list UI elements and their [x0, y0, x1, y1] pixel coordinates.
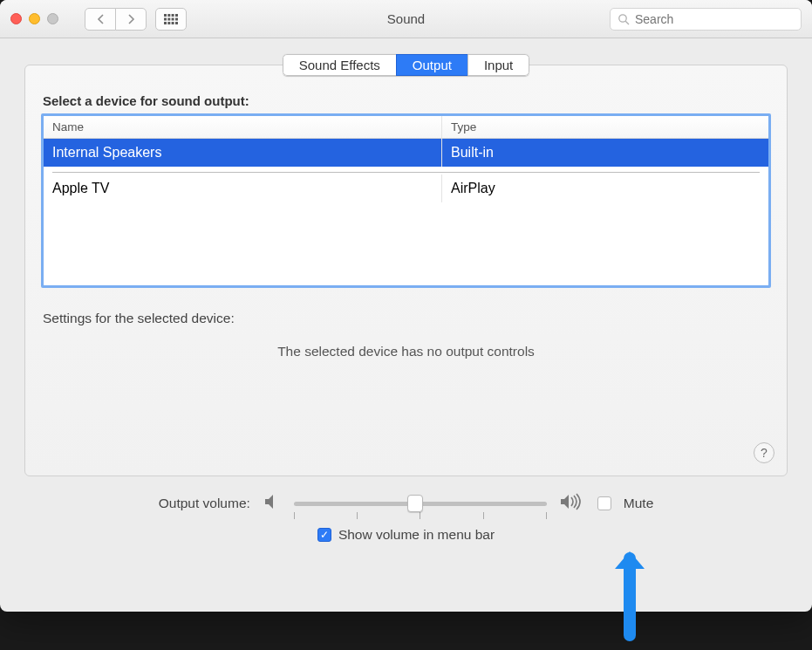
svg-rect-3 — [175, 14, 178, 17]
svg-rect-1 — [167, 14, 170, 17]
col-header-type[interactable]: Type — [442, 116, 768, 139]
output-volume-label: Output volume: — [159, 496, 250, 511]
svg-rect-7 — [175, 17, 178, 20]
tab-input[interactable]: Input — [467, 54, 529, 76]
svg-rect-10 — [172, 22, 174, 24]
svg-rect-8 — [164, 22, 167, 24]
show-in-menubar-label: Show volume in menu bar — [338, 527, 495, 543]
titlebar: Sound — [0, 0, 812, 38]
speaker-quiet-icon — [263, 493, 282, 514]
table-header: Name Type — [44, 116, 768, 139]
no-output-controls-text: The selected device has no output contro… — [41, 344, 771, 359]
show-in-menubar-row: ✓ Show volume in menu bar — [0, 527, 812, 543]
device-name: Apple TV — [44, 174, 442, 202]
svg-line-13 — [625, 21, 629, 24]
output-panel: Select a device for sound output: Name T… — [24, 65, 788, 476]
svg-rect-4 — [164, 17, 167, 20]
device-row-internal-speakers[interactable]: Internal Speakers Built-in — [44, 139, 768, 167]
output-volume-row: Output volume: Mute — [0, 492, 812, 515]
device-type: AirPlay — [442, 174, 768, 202]
zoom-button-disabled — [47, 13, 58, 24]
svg-rect-2 — [172, 14, 174, 17]
svg-rect-11 — [175, 22, 178, 24]
search-field[interactable] — [610, 8, 802, 31]
slider-knob[interactable] — [407, 495, 423, 512]
help-button[interactable]: ? — [754, 442, 774, 463]
device-table: Name Type Internal Speakers Built-in App… — [41, 113, 771, 288]
device-row-apple-tv[interactable]: Apple TV AirPlay — [44, 174, 768, 202]
settings-for-device-label: Settings for the selected device: — [43, 311, 771, 326]
row-divider — [52, 172, 760, 173]
forward-button[interactable] — [115, 8, 147, 31]
svg-rect-0 — [164, 14, 167, 17]
nav-buttons — [85, 8, 147, 31]
svg-rect-6 — [172, 17, 174, 20]
tab-sound-effects[interactable]: Sound Effects — [283, 54, 397, 76]
content-area: Sound Effects Output Input Select a devi… — [0, 38, 812, 543]
search-input[interactable] — [635, 12, 794, 26]
svg-point-12 — [619, 14, 626, 21]
device-name: Internal Speakers — [44, 139, 442, 167]
tabs: Sound Effects Output Input — [283, 54, 530, 76]
device-type: Built-in — [442, 139, 768, 167]
minimize-button[interactable] — [29, 13, 40, 24]
close-button[interactable] — [10, 13, 22, 24]
svg-rect-5 — [167, 17, 170, 20]
window-controls — [10, 13, 58, 24]
mute-checkbox[interactable] — [597, 496, 611, 510]
col-header-name[interactable]: Name — [44, 116, 442, 139]
select-device-heading: Select a device for sound output: — [43, 93, 771, 108]
tab-output[interactable]: Output — [396, 54, 468, 76]
speaker-loud-icon — [559, 492, 585, 515]
show-in-menubar-checkbox[interactable]: ✓ — [317, 528, 331, 542]
output-volume-slider[interactable] — [294, 502, 547, 506]
back-button[interactable] — [85, 8, 116, 31]
svg-rect-9 — [167, 22, 170, 24]
sound-preferences-window: Sound Sound Effects Output Input Select … — [0, 0, 812, 612]
mute-label: Mute — [624, 496, 653, 511]
show-all-button[interactable] — [155, 8, 187, 31]
